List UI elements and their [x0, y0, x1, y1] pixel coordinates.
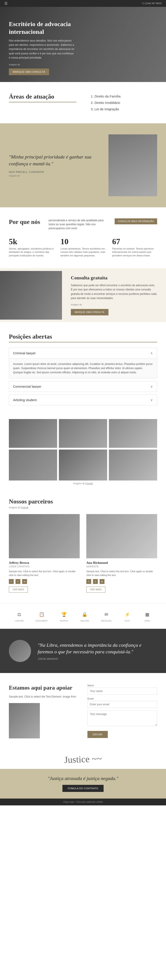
positions-section: Posições abertas Criminal lawyer ∧ Acume…: [0, 322, 166, 419]
icon-label-document: DOCUMENT: [36, 620, 48, 622]
contact-section: Estamos aqui para apoiar Sample text. Cl…: [0, 673, 166, 749]
name-field-container: Name: [88, 684, 157, 695]
gallery-source: Freepik: [85, 482, 93, 485]
stat-description: Sócios, advogados, escritórios jurídicos…: [9, 247, 54, 257]
signature-section: Justice ~~: [0, 749, 166, 769]
position-commercial-title: Commercial lawyer: [13, 385, 42, 388]
hero-body: Nós entendemos seus desafios. Nós nos es…: [9, 39, 75, 60]
gallery-item-6: [109, 450, 157, 480]
contact-left: Estamos aqui para apoiar Sample text. Cl…: [9, 684, 78, 738]
partner-social-jeffrey: f t in: [9, 579, 80, 584]
linkedin-icon[interactable]: in: [22, 579, 27, 584]
trophy-icon: 🏆: [60, 611, 68, 619]
name-label: Name: [88, 684, 157, 687]
why-cta-button[interactable]: CONSULTE MAIS INFORMAÇÃO: [115, 218, 157, 224]
why-heading: Por que nós: [9, 218, 40, 226]
contact-form: Name Email ENVIAR: [88, 684, 157, 738]
submit-button[interactable]: ENVIAR: [88, 731, 108, 738]
icon-item-trophy[interactable]: 🏆 TROPHY: [59, 611, 69, 622]
icon-label-message: MESSAGE: [101, 620, 111, 622]
facebook-icon[interactable]: f: [9, 579, 14, 584]
final-quote-text: "Justiça atrasada é justiça negada.": [9, 776, 157, 781]
lock-icon: 🔒: [81, 611, 89, 619]
gallery-section: Imagens de Freepik: [0, 419, 166, 487]
hero-section: Escritório de advocacia internacional Nó…: [0, 7, 166, 82]
partners-grid: Jeffrey Brown LÍDER CRIATIVO Sample text…: [9, 514, 157, 593]
lightning-icon: ⚡: [123, 611, 131, 619]
areas-heading: Áreas de atuação: [9, 93, 77, 102]
icon-item-secure[interactable]: 🔒 SECURE: [80, 611, 89, 622]
icon-item-grid[interactable]: ▦ GRID: [143, 611, 151, 622]
menu-icon[interactable]: ☰: [5, 1, 8, 6]
facebook-icon[interactable]: f: [86, 579, 91, 584]
list-item: Direito Imobiliário: [94, 99, 157, 106]
chevron-down-icon: ∨: [150, 398, 153, 402]
dark-quote-section: "Na Libra, entendemos a importância da c…: [0, 629, 166, 673]
partner-desc-jeffrey: Sample text. Click to select the text bo…: [9, 570, 80, 577]
hero-cta-button[interactable]: MARQUE UMA CONSULTA: [9, 68, 49, 75]
phone-number: +1 (234) 567-8910: [141, 2, 161, 5]
testimonial-section: "Minha principal prioridade é ganhar sua…: [0, 123, 166, 207]
position-criminal-lawyer: Criminal lawyer ∧ Acumen. Lorem ipsum do…: [9, 348, 157, 379]
partner-card-jeffrey: Jeffrey Brown LÍDER CRIATIVO Sample text…: [9, 514, 80, 593]
areas-heading-container: Áreas de atuação: [9, 93, 77, 102]
linkedin-icon[interactable]: in: [100, 579, 104, 584]
why-header: Por que nós personalizada e serviço de a…: [9, 218, 157, 230]
stat-number: 67: [112, 237, 157, 246]
chevron-down-icon: ∨: [150, 384, 153, 388]
footer-text: Clique aqui · Click para adicionar crédi…: [63, 801, 103, 803]
partner-card-ana: Ana Richmond GERENTE Sample text. Click …: [86, 514, 157, 593]
position-criminal-header[interactable]: Criminal lawyer ∧: [9, 348, 157, 358]
icon-label-fast: FAST: [124, 620, 130, 622]
final-quote-section: "Justiça atrasada é justiça negada." FOM…: [0, 769, 166, 799]
twitter-icon[interactable]: t: [93, 579, 98, 584]
contact-body: Sample text. Click to select the Text El…: [9, 695, 78, 698]
twitter-icon[interactable]: t: [16, 579, 20, 584]
hero-content: Escritório de advocacia internacional Nó…: [0, 7, 84, 82]
partner-name-ana: Ana Richmond: [86, 561, 157, 565]
partner-photo-jeffrey: [9, 514, 80, 558]
areas-section: Áreas de atuação Direito da Família Dire…: [0, 82, 166, 123]
message-icon: ✉: [102, 611, 110, 619]
position-criminal-description: Acumen. Lorem ipsum dolor sit amet, cons…: [13, 362, 153, 375]
quote-dark-content: "Na Libra, entendemos a importância da c…: [38, 642, 157, 660]
dark-quote-text: "Na Libra, entendemos a importância da c…: [38, 642, 157, 655]
site-header: ☰ +1 (234) 567-8910: [0, 0, 166, 7]
position-articling-header[interactable]: Articling student ∨: [9, 395, 157, 405]
consultation-cta-button[interactable]: MARQUE UMA CONSULTA: [71, 309, 109, 315]
positions-heading: Posições abertas: [9, 333, 157, 342]
areas-ol: Direito da Família Direito Imobiliário L…: [89, 93, 157, 112]
position-criminal-title: Criminal lawyer: [13, 351, 36, 355]
gallery-item-2: [59, 419, 107, 448]
testimonial-image-credit: Imagem de: [9, 175, 100, 177]
stat-item-10: 10 Locais domésticos. Temos escritórios …: [61, 237, 105, 257]
consultation-section: Consulta gratuita Saibamos que pode ser …: [0, 268, 166, 322]
contact-heading: Estamos aqui para apoiar: [9, 684, 78, 692]
gallery-grid: [9, 419, 157, 480]
name-input[interactable]: [88, 687, 157, 695]
partners-image-credit: Imagens de Freepik: [9, 506, 157, 509]
partner-more-button-ana[interactable]: VER MAIS: [86, 587, 105, 593]
icon-item-message[interactable]: ✉ MESSAGE: [101, 611, 111, 622]
icons-row: ⚖ LAWYER 📋 DOCUMENT 🏆 TROPHY 🔒 SECURE ✉ …: [0, 604, 166, 629]
email-input[interactable]: [88, 701, 157, 708]
document-icon: 📋: [38, 611, 46, 619]
stat-item-67: 67 Parcerias no exterior. Temos parceiro…: [112, 237, 157, 257]
message-textarea[interactable]: [88, 711, 157, 726]
icon-item-document[interactable]: 📋 DOCUMENT: [36, 611, 48, 622]
hero-title: Escritório de advocacia internacional: [9, 20, 75, 36]
final-cta-button[interactable]: FOMULA DO CONTRATO: [62, 785, 104, 792]
position-commercial-header[interactable]: Commercial lawyer ∨: [9, 381, 157, 391]
partner-more-button-jeffrey[interactable]: VER MAIS: [9, 587, 28, 593]
partners-heading: Nossos parceiros: [9, 498, 157, 505]
testimonial-author: NICK PARCELL, FUNDADOR: [9, 171, 100, 173]
gallery-item-3: [109, 419, 157, 448]
icon-item-fast[interactable]: ⚡ FAST: [123, 611, 131, 622]
icon-item-lawyer[interactable]: ⚖ LAWYER: [15, 611, 24, 622]
icon-label-trophy: TROPHY: [59, 620, 69, 622]
position-articling-student: Articling student ∨: [9, 395, 157, 405]
stat-description: Locais domésticos. Temos escritórios em …: [61, 247, 105, 257]
testimonial-text: "Minha principal prioridade é ganhar sua…: [9, 154, 100, 177]
quote-author-photo: [9, 640, 31, 662]
partner-title-ana: GERENTE: [86, 565, 157, 568]
